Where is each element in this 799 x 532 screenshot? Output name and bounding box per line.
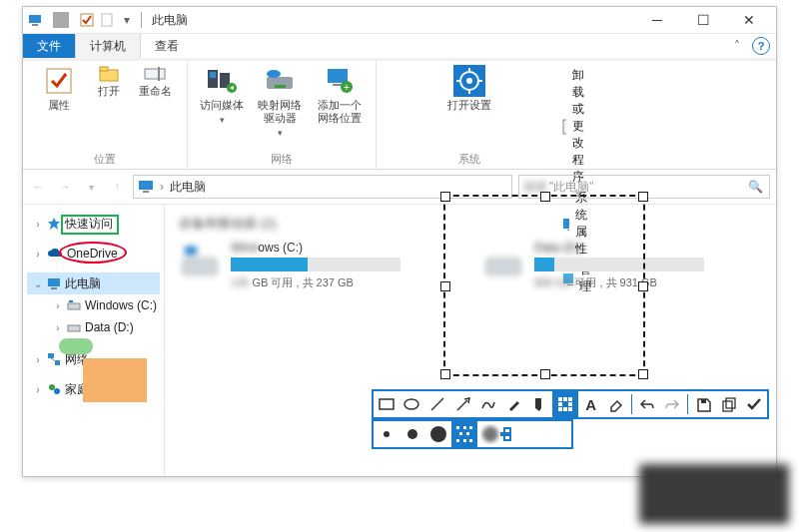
window-title: 此电脑 [152, 12, 188, 29]
tab-file[interactable]: 文件 [23, 34, 75, 58]
svg-rect-45 [183, 259, 217, 274]
annotation-quick-access-box [61, 215, 119, 235]
collapse-ribbon-icon[interactable]: ˄ [734, 39, 740, 53]
history-dropdown[interactable]: ▾ [81, 177, 101, 197]
ribbon-tabs: 文件 计算机 查看 ˄ ? [23, 34, 776, 61]
search-icon[interactable]: 🔍 [748, 180, 763, 194]
separator [141, 12, 142, 28]
svg-rect-69 [463, 426, 466, 429]
add-location-button[interactable]: + 添加一个网络位置 [314, 65, 366, 125]
svg-rect-38 [69, 300, 73, 302]
undo-button[interactable] [634, 391, 660, 417]
svg-rect-15 [275, 85, 286, 88]
tool-marker[interactable] [527, 391, 553, 417]
ribbon-group-label: 系统 [385, 148, 554, 169]
maximize-button[interactable]: ☐ [680, 7, 726, 33]
svg-rect-34 [143, 191, 149, 193]
tool-rectangle[interactable] [374, 391, 400, 417]
back-button[interactable]: ← [29, 177, 49, 197]
checkbox-icon[interactable] [79, 12, 95, 28]
forward-button[interactable]: → [55, 177, 75, 197]
blur-preview-icon [477, 421, 517, 447]
open-button[interactable]: 打开 [91, 65, 127, 98]
properties-button[interactable]: 属性 [35, 65, 83, 112]
ribbon-group-label: 位置 [31, 148, 179, 169]
svg-point-65 [407, 429, 417, 439]
ribbon-group-network: 访问媒体 ▾ 映射网络驱动器 ▾ + 添加一个网络位置 网络 [188, 61, 377, 169]
svg-rect-55 [568, 397, 572, 401]
doc-icon[interactable] [99, 12, 115, 28]
qat-dropdown-icon[interactable]: ▾ [119, 12, 135, 28]
svg-rect-37 [68, 303, 80, 309]
tool-mosaic[interactable] [552, 391, 578, 417]
svg-rect-35 [48, 278, 60, 286]
svg-rect-0 [29, 15, 41, 23]
tool-text[interactable]: A [578, 391, 604, 417]
address-path: 此电脑 [170, 179, 206, 196]
confirm-button[interactable] [742, 391, 768, 417]
up-button[interactable]: ↑ [107, 177, 127, 197]
monitor-icon [47, 276, 61, 290]
tab-computer[interactable]: 计算机 [75, 34, 141, 58]
map-drive-button[interactable]: 映射网络驱动器 ▾ [254, 65, 306, 140]
svg-point-44 [54, 388, 60, 394]
drive-icon [67, 299, 81, 311]
uninstall-programs-link[interactable]: 卸载或更改程序 [562, 67, 596, 186]
save-button[interactable] [690, 391, 716, 417]
tab-view[interactable]: 查看 [141, 34, 193, 58]
tool-arrow[interactable] [450, 391, 476, 417]
ribbon: 属性 打开 重命名 位置 [23, 61, 776, 170]
svg-rect-16 [328, 69, 348, 83]
nav-drive-d[interactable]: › Data (D:) [27, 316, 160, 338]
svg-rect-61 [701, 399, 706, 403]
svg-rect-48 [380, 399, 394, 409]
tool-pencil[interactable] [501, 391, 527, 417]
open-settings-button[interactable]: 打开设置 [445, 65, 493, 112]
ribbon-group-system: 打开设置 系统 卸载或更改程序 系统属性 管理 [377, 61, 592, 169]
rename-button[interactable]: 重命名 [135, 65, 175, 98]
svg-rect-57 [568, 402, 572, 406]
copy-button[interactable] [716, 391, 742, 417]
nav-drive-c[interactable]: › Windows (C:) [27, 294, 160, 316]
brush-size-medium[interactable] [400, 421, 425, 447]
title-bar: ▾ 此电脑 ─ ☐ ✕ [23, 7, 776, 34]
tool-line[interactable] [424, 391, 450, 417]
minimize-button[interactable]: ─ [634, 7, 680, 33]
drive-icon [67, 321, 81, 333]
drive-item[interactable]: Windows (C:) 135 GB 可用 , 共 237 GB [179, 241, 458, 290]
search-placeholder: 此电脑" [553, 179, 593, 196]
tool-ellipse[interactable] [400, 391, 425, 417]
tool-freehand[interactable] [475, 391, 501, 417]
snip-toolbar-size [372, 419, 573, 449]
svg-point-22 [466, 78, 472, 84]
nav-this-pc[interactable]: ⌄ 此电脑 [27, 272, 160, 294]
svg-rect-3 [102, 14, 112, 26]
svg-rect-71 [459, 432, 462, 435]
svg-rect-53 [558, 397, 562, 401]
svg-rect-54 [563, 397, 567, 401]
ribbon-group-label: 网络 [196, 148, 368, 169]
svg-point-66 [430, 426, 446, 442]
watermark [639, 464, 789, 524]
annotation-network-highlight [59, 338, 93, 354]
svg-text:+: + [344, 82, 350, 93]
access-media-button[interactable]: 访问媒体 ▾ [198, 65, 246, 127]
redo-button[interactable] [660, 391, 686, 417]
svg-rect-39 [68, 325, 80, 331]
mosaic-pattern[interactable] [451, 421, 477, 447]
help-icon[interactable]: ? [752, 37, 770, 55]
svg-rect-5 [100, 70, 118, 81]
address-bar-row: ← → ▾ ↑ › 此电脑 搜索 "此电脑" 🔍 [23, 170, 776, 205]
svg-point-64 [384, 431, 390, 437]
svg-rect-62 [723, 401, 732, 411]
svg-rect-33 [139, 181, 153, 190]
quick-access-toolbar: ▾ [27, 12, 135, 28]
brush-size-large[interactable] [425, 421, 451, 447]
screenshot-selection-marquee[interactable] [443, 195, 645, 376]
svg-point-49 [404, 399, 418, 409]
drive-icon [179, 241, 221, 282]
brush-size-small[interactable] [374, 421, 400, 447]
tool-eraser[interactable] [603, 391, 629, 417]
close-button[interactable]: ✕ [726, 7, 772, 33]
svg-rect-58 [558, 407, 562, 411]
